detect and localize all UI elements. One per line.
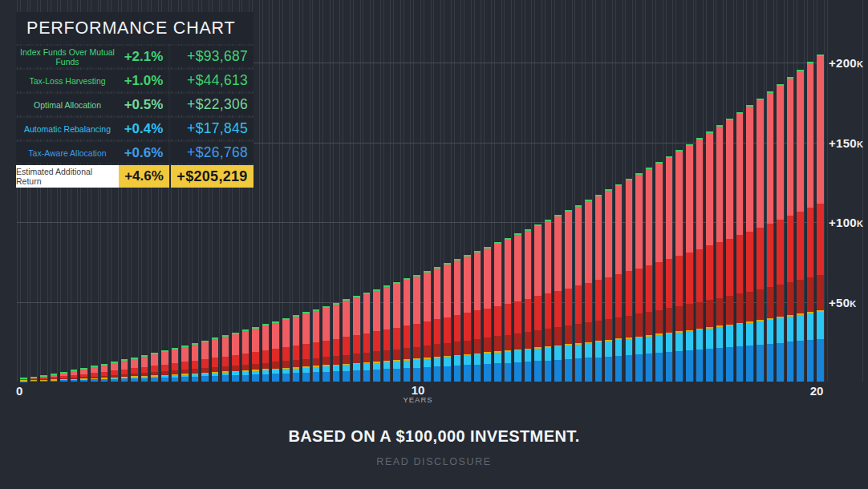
chart-bar[interactable] [313, 309, 320, 382]
chart-bar[interactable] [293, 315, 300, 382]
chart-bar[interactable] [626, 179, 633, 382]
segment-index-funds [787, 79, 794, 216]
chart-bar[interactable] [413, 275, 420, 382]
chart-bar[interactable] [777, 84, 784, 382]
chart-bar[interactable] [201, 341, 209, 382]
chart-bar[interactable] [363, 293, 371, 382]
chart-bar[interactable] [71, 370, 78, 382]
chart-bar[interactable] [585, 200, 592, 382]
chart-bar[interactable] [60, 372, 67, 382]
chart-bar[interactable] [464, 255, 471, 382]
chart-bar[interactable] [736, 112, 744, 382]
chart-bar[interactable] [505, 238, 512, 382]
chart-bar[interactable] [554, 215, 562, 382]
chart-bar[interactable] [282, 318, 290, 382]
chart-bar[interactable] [514, 233, 521, 382]
chart-bar[interactable] [80, 368, 87, 382]
chart-bar[interactable] [706, 131, 713, 382]
chart-bar[interactable] [353, 296, 360, 382]
chart-bar[interactable] [404, 278, 411, 382]
chart-bar[interactable] [91, 366, 98, 382]
segment-tax-aware-allocation [302, 373, 310, 382]
chart-bar[interactable] [252, 327, 259, 382]
chart-bar[interactable] [746, 105, 753, 382]
chart-bar[interactable] [434, 267, 441, 382]
segment-optimal-allocation [767, 287, 774, 318]
chart-bar[interactable] [605, 189, 612, 382]
chart-bar[interactable] [383, 285, 391, 382]
chart-bar[interactable] [807, 62, 814, 382]
chart-bar[interactable] [222, 335, 229, 382]
chart-bar[interactable] [767, 91, 774, 382]
chart-bar[interactable] [121, 359, 128, 382]
chart-bar[interactable] [444, 263, 451, 382]
chart-bar[interactable] [726, 119, 733, 382]
segment-tax-aware-allocation [777, 343, 784, 382]
chart-bar[interactable] [474, 251, 481, 382]
segment-optimal-allocation [626, 316, 633, 338]
segment-tax-loss-harvesting [585, 283, 592, 322]
read-disclosure-link[interactable]: READ DISCLOSURE [0, 456, 868, 467]
chart-bar[interactable] [322, 306, 330, 382]
chart-bar[interactable] [151, 353, 158, 382]
segment-index-funds [635, 175, 643, 269]
chart-bar[interactable] [716, 125, 724, 382]
chart-bar[interactable] [494, 242, 501, 382]
chart-bar[interactable] [232, 333, 239, 382]
chart-bar[interactable] [565, 210, 572, 382]
segment-tax-loss-harvesting [172, 363, 179, 370]
chart-bar[interactable] [141, 355, 148, 382]
chart-bar[interactable] [615, 184, 623, 382]
chart-bar[interactable] [101, 364, 108, 382]
segment-tax-loss-harvesting [534, 296, 541, 330]
segment-index-funds [797, 71, 804, 212]
chart-bar[interactable] [40, 375, 47, 382]
chart-bar[interactable] [646, 168, 653, 382]
chart-bar[interactable] [262, 324, 270, 382]
chart-bar[interactable] [787, 77, 794, 382]
chart-bar[interactable] [161, 350, 168, 382]
chart-bar[interactable] [817, 55, 824, 382]
gridline-horizontal [17, 302, 825, 303]
chart-bar[interactable] [696, 138, 704, 382]
chart-bar[interactable] [595, 195, 602, 382]
segment-tax-aware-allocation [413, 368, 420, 382]
chart-bar[interactable] [675, 150, 683, 382]
chart-bar[interactable] [131, 358, 138, 382]
chart-bar[interactable] [272, 321, 279, 382]
chart-bar[interactable] [373, 289, 380, 382]
segment-tax-aware-allocation [666, 352, 673, 382]
chart-bar[interactable] [424, 271, 431, 382]
gridline-vertical [672, 0, 673, 382]
chart-bar[interactable] [302, 312, 310, 382]
chart-bar[interactable] [525, 229, 532, 382]
chart-bar[interactable] [242, 329, 249, 382]
chart-bar[interactable] [181, 346, 189, 382]
legend-row-amount: +$44,613 [170, 72, 254, 89]
chart-bar[interactable] [686, 144, 693, 382]
chart-bar[interactable] [343, 299, 350, 382]
chart-bar[interactable] [575, 205, 582, 382]
chart-bar[interactable] [655, 162, 663, 382]
gridline-vertical [652, 0, 653, 382]
chart-bar[interactable] [192, 343, 199, 382]
chart-bar[interactable] [111, 362, 118, 382]
chart-bar[interactable] [484, 247, 491, 382]
chart-bar[interactable] [333, 303, 340, 382]
chart-bar[interactable] [51, 374, 58, 382]
chart-bar[interactable] [545, 220, 552, 382]
chart-bar[interactable] [454, 259, 461, 382]
chart-bar[interactable] [797, 70, 804, 382]
chart-bar[interactable] [666, 156, 673, 382]
chart-bar[interactable] [635, 173, 643, 382]
segment-index-funds [777, 86, 784, 220]
segment-tax-loss-harvesting [222, 357, 229, 367]
segment-optimal-allocation [575, 324, 582, 343]
chart-bar[interactable] [534, 224, 541, 382]
chart-bar[interactable] [393, 282, 400, 382]
segment-tax-loss-harvesting [192, 361, 199, 370]
chart-bar[interactable] [172, 348, 179, 382]
segment-optimal-allocation [756, 289, 764, 320]
chart-bar[interactable] [212, 337, 219, 382]
chart-bar[interactable] [756, 99, 764, 382]
